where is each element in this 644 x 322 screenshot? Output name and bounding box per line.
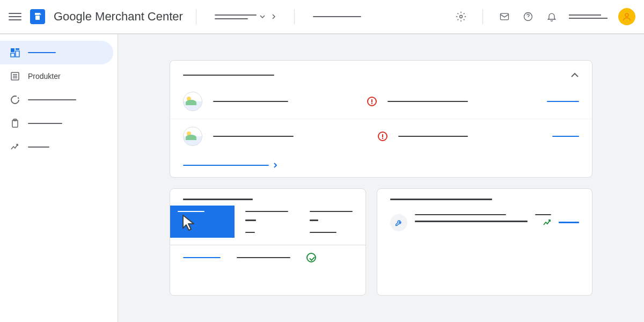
tab-column-3[interactable] bbox=[299, 206, 363, 239]
suggestion-action-link[interactable] bbox=[559, 222, 579, 223]
row-status-placeholder bbox=[398, 136, 468, 137]
list-icon bbox=[10, 71, 20, 82]
search-placeholder[interactable] bbox=[569, 14, 608, 19]
svg-point-4 bbox=[625, 13, 628, 17]
stats-card bbox=[170, 188, 366, 296]
notifications-icon[interactable] bbox=[545, 10, 558, 23]
metric-placeholder bbox=[535, 214, 551, 216]
footer-link[interactable] bbox=[183, 257, 221, 259]
row-action-link[interactable] bbox=[552, 136, 579, 137]
cursor-icon bbox=[180, 213, 199, 232]
sidebar-item-5[interactable] bbox=[0, 135, 113, 159]
sidebar-item-overview[interactable] bbox=[0, 41, 113, 64]
hamburger-menu-icon[interactable] bbox=[9, 10, 21, 23]
main-content bbox=[118, 34, 644, 322]
trend-up-icon bbox=[543, 219, 551, 226]
row-action-link[interactable] bbox=[547, 101, 579, 103]
collapse-button[interactable] bbox=[570, 70, 579, 80]
svg-rect-2 bbox=[501, 13, 509, 20]
product-thumb-icon bbox=[183, 127, 202, 146]
dashboard-icon bbox=[10, 47, 20, 58]
divider bbox=[294, 9, 295, 24]
divider bbox=[196, 9, 196, 24]
user-avatar[interactable] bbox=[618, 8, 635, 25]
svg-point-1 bbox=[460, 16, 463, 18]
svg-rect-7 bbox=[16, 51, 19, 57]
secondary-selector[interactable] bbox=[308, 13, 367, 20]
chevron-right-icon bbox=[273, 162, 277, 169]
row-status-placeholder bbox=[387, 101, 468, 103]
suggestion-desc bbox=[415, 221, 528, 222]
settings-icon[interactable] bbox=[455, 10, 467, 23]
sidebar: Produkter bbox=[0, 34, 118, 322]
wrench-icon bbox=[390, 214, 407, 231]
app-title: Google Merchant Center bbox=[54, 10, 183, 24]
product-thumb-icon bbox=[183, 92, 202, 111]
trend-icon bbox=[10, 142, 20, 152]
card-title-placeholder bbox=[390, 199, 492, 200]
sidebar-item-label: Produkter bbox=[28, 72, 61, 80]
overview-card bbox=[170, 60, 592, 178]
account-selector[interactable] bbox=[209, 10, 281, 23]
chevron-down-icon bbox=[260, 15, 265, 18]
divider bbox=[482, 9, 483, 24]
svg-rect-13 bbox=[12, 120, 18, 127]
view-all-link[interactable] bbox=[170, 153, 592, 177]
help-icon[interactable] bbox=[522, 10, 535, 23]
mail-icon[interactable] bbox=[498, 10, 511, 23]
svg-rect-6 bbox=[16, 48, 19, 50]
tab-column-2[interactable] bbox=[235, 206, 299, 239]
row-title-placeholder bbox=[213, 101, 288, 103]
suggestions-card bbox=[377, 188, 592, 296]
sidebar-item-products[interactable]: Produkter bbox=[0, 64, 113, 88]
suggestion-title bbox=[415, 214, 506, 216]
error-icon bbox=[367, 97, 377, 106]
selected-tab[interactable] bbox=[170, 206, 235, 238]
merchant-center-logo bbox=[30, 9, 45, 24]
svg-rect-5 bbox=[11, 48, 14, 52]
clipboard-icon bbox=[10, 118, 20, 129]
card-title-placeholder bbox=[183, 75, 274, 76]
list-item[interactable] bbox=[170, 119, 592, 153]
card-title-placeholder bbox=[183, 199, 253, 200]
svg-rect-8 bbox=[11, 53, 14, 57]
sidebar-item-3[interactable] bbox=[0, 88, 113, 112]
row-title-placeholder bbox=[213, 136, 294, 137]
sidebar-item-4[interactable] bbox=[0, 112, 113, 135]
check-circle-icon bbox=[306, 253, 316, 262]
chevron-up-icon bbox=[570, 72, 579, 78]
top-bar: Google Merchant Center bbox=[0, 0, 644, 34]
chevron-right-icon bbox=[272, 13, 276, 20]
error-icon bbox=[378, 131, 387, 141]
circle-progress-icon bbox=[10, 94, 20, 105]
list-item[interactable] bbox=[170, 84, 592, 119]
svg-rect-0 bbox=[35, 16, 40, 20]
footer-text bbox=[237, 257, 290, 259]
